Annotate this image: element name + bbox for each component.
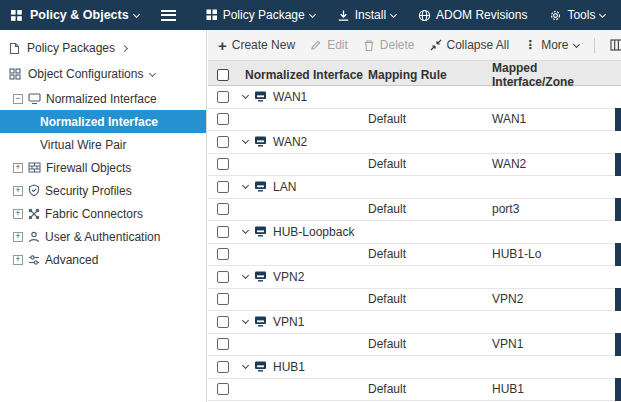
select-all-checkbox[interactable] xyxy=(217,69,229,81)
mapping-rule-value: Default xyxy=(366,112,490,126)
more-button[interactable]: More xyxy=(524,38,578,52)
interface-name: HUB-Loopback xyxy=(273,225,354,239)
tree-item-label: Normalized Interface xyxy=(46,92,157,106)
column-header-mapped-interface-zone[interactable]: Mapped Interface/Zone xyxy=(490,61,621,89)
row-collapse-icon[interactable] xyxy=(242,182,249,189)
chevron-down-icon xyxy=(133,10,140,17)
row-checkbox[interactable] xyxy=(217,383,229,395)
sidebar-item-object-configurations[interactable]: Object Configurations xyxy=(0,61,206,87)
app-grid-icon xyxy=(10,9,23,22)
mapped-interface-value: HUB1-Lo xyxy=(490,247,621,261)
sidebar-item-policy-packages[interactable]: Policy Packages xyxy=(0,35,206,61)
menu-policy-package-label: Policy Package xyxy=(223,8,305,22)
page-title[interactable]: Policy & Objects xyxy=(30,8,129,22)
menu-policy-package[interactable]: Policy Package xyxy=(206,8,315,22)
firewall-bricks-icon xyxy=(28,162,41,173)
expand-expander-icon[interactable] xyxy=(13,255,23,265)
row-checkbox[interactable] xyxy=(217,316,229,328)
collapse-expander-icon[interactable] xyxy=(13,94,23,104)
tree-item-firewall-objects[interactable]: Firewall Objects xyxy=(0,156,206,179)
install-icon xyxy=(337,9,350,22)
mapped-interface-value: VPN2 xyxy=(490,292,621,306)
row-collapse-icon[interactable] xyxy=(242,137,249,144)
interface-icon xyxy=(254,271,267,282)
table-row-mapping[interactable]: Default HUB1 xyxy=(208,379,621,402)
row-checkbox[interactable] xyxy=(217,293,229,305)
interface-name: VPN1 xyxy=(273,315,304,329)
chevron-down-icon xyxy=(573,40,580,47)
table-row-group[interactable]: HUB1 xyxy=(208,356,621,379)
row-checkbox[interactable] xyxy=(217,203,229,215)
tree-item-label: Advanced xyxy=(45,253,98,267)
row-checkbox[interactable] xyxy=(217,136,229,148)
collapse-all-label: Collapse All xyxy=(447,38,510,52)
table-header-row: Normalized Interface Mapping Rule Mapped… xyxy=(208,61,621,86)
row-checkbox[interactable] xyxy=(217,181,229,193)
plus-icon xyxy=(218,40,227,51)
table-row-mapping[interactable]: Default WAN2 xyxy=(208,154,621,177)
expand-expander-icon[interactable] xyxy=(13,186,23,196)
menu-adom-revisions[interactable]: ADOM Revisions xyxy=(418,8,527,22)
row-checkbox[interactable] xyxy=(217,113,229,125)
table-row-group[interactable]: HUB-Loopback xyxy=(208,221,621,244)
menu-tools-label: Tools xyxy=(567,8,595,22)
row-checkbox[interactable] xyxy=(217,226,229,238)
mapped-interface-value: WAN1 xyxy=(490,112,621,126)
table-row-group[interactable]: VPN2 xyxy=(208,266,621,289)
tree-item-security-profiles[interactable]: Security Profiles xyxy=(0,179,206,202)
tree-item-advanced[interactable]: Advanced xyxy=(0,248,206,271)
table-row-mapping[interactable]: Default port3 xyxy=(208,199,621,222)
collapse-all-button[interactable]: Collapse All xyxy=(430,38,510,52)
more-label: More xyxy=(541,38,568,52)
row-checkbox[interactable] xyxy=(217,361,229,373)
table-row-group[interactable]: VPN1 xyxy=(208,311,621,334)
menu-install[interactable]: Install xyxy=(337,8,396,22)
interface-icon xyxy=(254,136,267,147)
mapped-interface-value: port3 xyxy=(490,202,621,216)
vertical-dots-icon xyxy=(524,39,536,51)
row-checkbox[interactable] xyxy=(217,271,229,283)
table-row-mapping[interactable]: Default HUB1-Lo xyxy=(208,244,621,267)
row-checkbox[interactable] xyxy=(217,338,229,350)
expand-expander-icon[interactable] xyxy=(13,209,23,219)
table-row-mapping[interactable]: Default VPN2 xyxy=(208,289,621,312)
document-icon xyxy=(9,42,20,55)
tree-item-user-authentication[interactable]: User & Authentication xyxy=(0,225,206,248)
globe-icon xyxy=(418,9,431,22)
sidebar-item-label: Policy Packages xyxy=(27,41,115,55)
fabric-connector-icon xyxy=(28,208,40,220)
mapping-rule-value: Default xyxy=(366,292,490,306)
sidebar: Policy Packages Object Configurations No… xyxy=(0,30,207,402)
table-row-group[interactable]: WAN1 xyxy=(208,86,621,109)
tree-item-virtual-wire-pair[interactable]: Virtual Wire Pair xyxy=(0,133,206,156)
edit-button[interactable]: Edit xyxy=(310,38,348,52)
column-settings-button[interactable]: Colum xyxy=(610,38,621,52)
row-collapse-icon[interactable] xyxy=(242,317,249,324)
tree-item-label: Fabric Connectors xyxy=(45,207,143,221)
sidebar-toggle-icon[interactable] xyxy=(161,10,176,21)
table-row-group[interactable]: WAN2 xyxy=(208,131,621,154)
expand-expander-icon[interactable] xyxy=(13,232,23,242)
tree-item-normalized-interface[interactable]: Normalized Interface xyxy=(0,110,206,133)
tree-item-normalized-interface-group[interactable]: Normalized Interface xyxy=(0,87,206,110)
row-collapse-icon[interactable] xyxy=(242,362,249,369)
mapping-rule-value: Default xyxy=(366,202,490,216)
row-checkbox[interactable] xyxy=(217,248,229,260)
create-new-button[interactable]: Create New xyxy=(218,38,295,52)
delete-button[interactable]: Delete xyxy=(363,38,415,52)
table-row-group[interactable]: LAN xyxy=(208,176,621,199)
top-navbar: Policy & Objects Policy Package Install … xyxy=(0,0,621,30)
table-row-mapping[interactable]: Default VPN1 xyxy=(208,334,621,357)
expand-expander-icon[interactable] xyxy=(13,163,23,173)
row-collapse-icon[interactable] xyxy=(242,272,249,279)
row-collapse-icon[interactable] xyxy=(242,92,249,99)
column-header-mapping-rule[interactable]: Mapping Rule xyxy=(366,68,490,82)
tree-item-fabric-connectors[interactable]: Fabric Connectors xyxy=(0,202,206,225)
row-collapse-icon[interactable] xyxy=(242,227,249,234)
row-checkbox[interactable] xyxy=(217,158,229,170)
column-header-normalized-interface[interactable]: Normalized Interface xyxy=(238,68,366,82)
row-checkbox[interactable] xyxy=(217,91,229,103)
table-row-mapping[interactable]: Default WAN1 xyxy=(208,109,621,132)
menu-tools[interactable]: Tools xyxy=(549,8,605,22)
table-toolbar: Create New Edit Delete Collapse All More xyxy=(208,30,621,61)
